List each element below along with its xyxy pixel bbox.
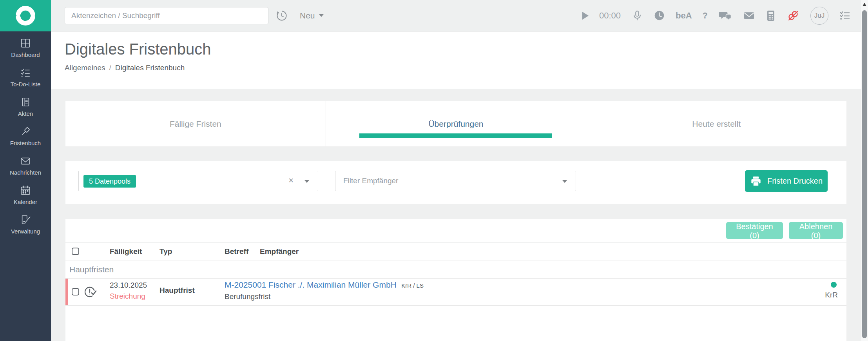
group-label: Hauptfristen <box>69 265 114 274</box>
sidebar-menu: Dashboard To-Do-Liste Akten Fristenbuch <box>0 38 51 235</box>
bea-button[interactable]: beA <box>676 11 692 21</box>
calendar-icon <box>20 185 31 196</box>
deadline-check-icon[interactable] <box>83 284 98 299</box>
column-header-empfaenger[interactable]: Empfänger <box>260 247 299 256</box>
column-header-betreff[interactable]: Betreff <box>225 247 248 256</box>
sidebar-item-label: Nachrichten <box>10 169 41 176</box>
task-list-icon[interactable] <box>839 10 851 22</box>
active-tab-indicator <box>359 133 552 138</box>
empfaenger-select[interactable]: Filter Empfänger <box>335 171 576 191</box>
sidebar-item-label: To-Do-Liste <box>11 81 41 88</box>
chevron-down-icon <box>319 14 324 17</box>
table-header-row: Fälligkeit Typ Betreff Empfänger <box>65 242 846 261</box>
logo-arcs-icon <box>14 4 37 27</box>
select-all-checkbox[interactable] <box>72 248 79 255</box>
topbar: Neu 00:00 beA ? <box>51 0 861 31</box>
row-type: Hauptfrist <box>159 286 195 295</box>
table-actions: Bestätigen (0) Ablehnen (0) <box>65 219 846 242</box>
breadcrumb: Allgemeines / Digitales Fristenbuch <box>51 58 861 72</box>
chevron-down-icon[interactable] <box>562 180 567 183</box>
datapool-select[interactable]: 5 Datenpools × <box>78 171 318 191</box>
row-due-date: 23.10.2025 <box>110 281 147 290</box>
files-icon <box>20 97 31 108</box>
datapool-badge[interactable]: 5 Datenpools <box>83 175 136 188</box>
administration-icon <box>20 214 31 225</box>
filter-bar: 5 Datenpools × Filter Empfänger Fristen … <box>65 161 846 204</box>
dashboard-icon <box>20 38 31 49</box>
row-status-label: Streichung <box>110 292 145 301</box>
recipient-initials: KrR <box>825 291 838 299</box>
table-group-row: Hauptfristen <box>65 261 846 278</box>
gavel-icon <box>20 126 31 137</box>
row-recipient-status: KrR <box>825 282 838 299</box>
page-header: Digitales Fristenbuch Allgemeines / Digi… <box>51 32 861 89</box>
clock-icon[interactable] <box>654 10 665 21</box>
scroll-up-arrow-icon[interactable] <box>863 3 866 6</box>
calculator-icon[interactable] <box>766 10 776 22</box>
sidebar-item-label: Fristenbuch <box>10 140 41 146</box>
row-deadline-name: Berufungsfrist <box>225 292 270 301</box>
sidebar-item-label: Akten <box>18 110 33 117</box>
tab-ueberpruefungen[interactable]: Überprüfungen <box>326 101 587 146</box>
sidebar-item-nachrichten[interactable]: Nachrichten <box>0 155 51 176</box>
app-logo[interactable] <box>0 0 51 31</box>
empfaenger-placeholder: Filter Empfänger <box>343 177 398 185</box>
tab-label: Fällige Fristen <box>170 119 221 129</box>
sidebar-item-akten[interactable]: Akten <box>0 97 51 117</box>
tab-faellige-fristen[interactable]: Fällige Fristen <box>65 101 326 146</box>
page-title: Digitales Fristenbuch <box>51 32 861 58</box>
vertical-scrollbar[interactable] <box>861 0 868 341</box>
sidebar: Dashboard To-Do-Liste Akten Fristenbuch <box>0 0 51 341</box>
envelope-icon <box>20 155 31 166</box>
tabs-bar: Fällige Fristen Überprüfungen Heute erst… <box>65 101 846 146</box>
clear-selection-button[interactable]: × <box>288 175 294 186</box>
reject-button[interactable]: Ablehnen (0) <box>789 222 843 239</box>
case-link[interactable]: M-2025001 Fischer ./. Maximilian Müller … <box>225 280 397 289</box>
sidebar-item-label: Dashboard <box>11 51 40 58</box>
row-status-stripe <box>65 279 68 305</box>
search-history-icon[interactable] <box>275 9 288 22</box>
column-header-faelligkeit[interactable]: Fälligkeit <box>110 247 142 256</box>
sidebar-item-label: Verwaltung <box>11 228 40 235</box>
breadcrumb-current: Digitales Fristenbuch <box>115 64 185 72</box>
row-recipient-inline: KrR / LS <box>401 282 424 289</box>
chevron-down-icon[interactable] <box>304 180 309 183</box>
online-status-dot-icon <box>831 282 837 288</box>
table-row[interactable]: 23.10.2025 Streichung Hauptfrist M-20250… <box>65 278 846 306</box>
row-checkbox[interactable] <box>72 288 79 295</box>
tab-label: Überprüfungen <box>428 119 483 129</box>
mail-icon[interactable] <box>743 9 755 22</box>
search-input[interactable] <box>65 7 268 24</box>
print-button-label: Fristen Drucken <box>767 177 823 186</box>
confirm-button[interactable]: Bestätigen (0) <box>726 222 783 239</box>
avatar-initials: JuJ <box>814 12 825 20</box>
help-button[interactable]: ? <box>703 11 708 21</box>
sidebar-item-label: Kalender <box>14 199 37 205</box>
app-window: Dashboard To-Do-Liste Akten Fristenbuch <box>0 0 868 341</box>
column-header-typ[interactable]: Typ <box>159 247 172 256</box>
microphone-icon[interactable] <box>631 9 643 22</box>
breadcrumb-parent[interactable]: Allgemeines <box>65 64 105 72</box>
unlink-icon[interactable] <box>786 9 800 22</box>
printer-icon <box>750 176 762 187</box>
sidebar-item-kalender[interactable]: Kalender <box>0 185 51 205</box>
tab-heute-erstellt[interactable]: Heute erstellt <box>586 101 846 146</box>
sidebar-item-fristenbuch[interactable]: Fristenbuch <box>0 126 51 146</box>
user-avatar[interactable]: JuJ <box>810 7 828 25</box>
timer-display: 00:00 <box>599 11 621 21</box>
row-case-cell: M-2025001 Fischer ./. Maximilian Müller … <box>225 280 424 290</box>
topbar-actions: 00:00 beA ? <box>582 7 851 25</box>
deadlines-table: Bestätigen (0) Ablehnen (0) Fälligkeit T… <box>65 219 846 341</box>
scrollbar-thumb[interactable] <box>862 10 867 338</box>
chat-icon[interactable] <box>718 9 732 22</box>
sidebar-item-dashboard[interactable]: Dashboard <box>0 38 51 58</box>
sidebar-item-todo-liste[interactable]: To-Do-Liste <box>0 67 51 88</box>
print-deadlines-button[interactable]: Fristen Drucken <box>745 170 828 192</box>
new-menu-label: Neu <box>300 11 315 20</box>
new-menu-button[interactable]: Neu <box>300 11 324 20</box>
breadcrumb-separator: / <box>109 64 111 72</box>
tab-label: Heute erstellt <box>692 119 741 129</box>
sidebar-item-verwaltung[interactable]: Verwaltung <box>0 214 51 235</box>
todo-list-icon <box>20 67 31 78</box>
play-timer-icon[interactable] <box>582 12 589 20</box>
